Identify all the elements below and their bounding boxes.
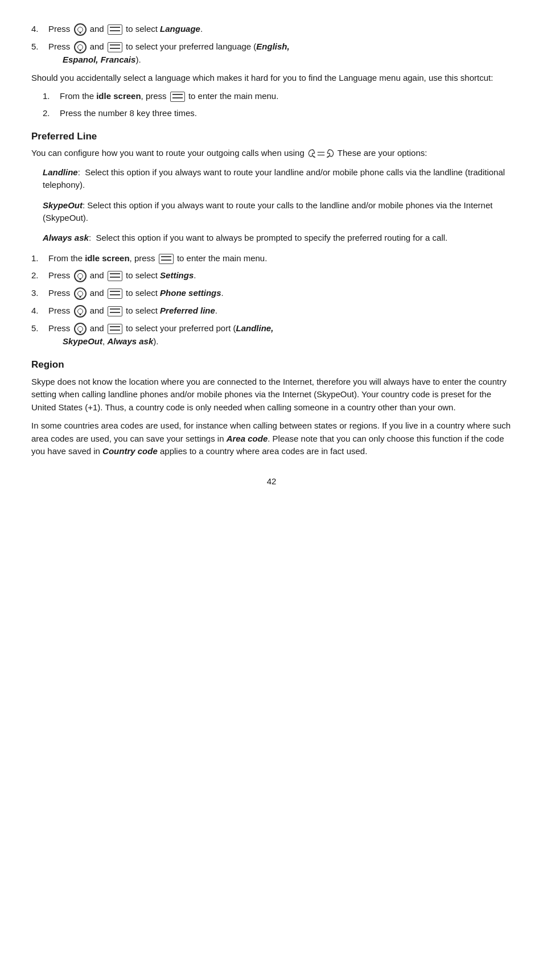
- nav-icon: [74, 270, 87, 282]
- list-number: 3.: [31, 287, 48, 299]
- list-number: 1.: [43, 90, 60, 102]
- menu-icon: [108, 289, 122, 299]
- preferred-line-intro: You can configure how you want to route …: [31, 147, 512, 160]
- nav-icon: [74, 305, 87, 318]
- list-number: 5.: [31, 40, 48, 53]
- region-paragraph-2: In some countries area codes are used, f…: [31, 419, 512, 458]
- preferred-line-term: Preferred line: [160, 306, 215, 315]
- nav-icon: [74, 287, 87, 300]
- country-code-term: Country code: [102, 446, 158, 456]
- nav-icon: [74, 323, 87, 335]
- menu-icon: [108, 271, 122, 281]
- definition-landline: Landline: Select this option if you alwa…: [43, 166, 512, 191]
- region-paragraph-1: Skype does not know the location where y…: [31, 376, 512, 414]
- landline-term: Landline: [43, 167, 78, 177]
- list-item: 3. Press and to select Phone settings.: [31, 287, 512, 300]
- region-heading: Region: [31, 358, 512, 372]
- menu-icon: [108, 24, 122, 35]
- list-number: 4.: [31, 23, 48, 35]
- page-number: 42: [31, 475, 512, 488]
- list-text: Press and to select Language.: [48, 23, 512, 36]
- definition-always-ask: Always ask: Select this option if you wa…: [43, 232, 512, 244]
- list-number: 4.: [31, 304, 48, 317]
- list-item: 2. Press and to select Settings.: [31, 269, 512, 282]
- menu-icon: [108, 324, 122, 334]
- list-number: 5.: [31, 322, 48, 335]
- list-item: 2. Press the number 8 key three times.: [43, 107, 512, 120]
- idle-screen-term: idle screen: [85, 253, 129, 263]
- preferred-line-heading: Preferred Line: [31, 130, 512, 144]
- settings-term: Settings: [160, 270, 194, 280]
- shortcut-paragraph: Should you accidentally select a languag…: [31, 72, 512, 85]
- definition-skypeout: SkypeOut: Select this option if you alwa…: [43, 199, 512, 224]
- language-term: Language: [160, 24, 200, 34]
- list-text: Press and to select Settings.: [48, 269, 512, 282]
- list-number: 1.: [31, 252, 48, 265]
- idle-screen-term: idle screen: [96, 91, 141, 101]
- list-text: Press the number 8 key three times.: [60, 107, 512, 120]
- list-text: From the idle screen, press to enter the…: [48, 252, 512, 265]
- list-text: From the idle screen, press to enter the…: [60, 90, 512, 102]
- menu-icon: [108, 42, 122, 52]
- menu-icon: [170, 92, 185, 102]
- always-ask-option: Always ask: [107, 336, 153, 346]
- page-content: 4. Press and to select Language. 5. Pres…: [31, 23, 512, 487]
- list-item: 4. Press and to select Language.: [31, 23, 512, 36]
- list-item: 1. From the idle screen, press to enter …: [43, 90, 512, 102]
- skypeout-term: SkypeOut: [43, 200, 83, 210]
- nav-icon: [74, 23, 87, 36]
- skype-phone-icon: [307, 147, 335, 160]
- list-number: 2.: [31, 269, 48, 282]
- always-ask-term: Always ask: [43, 233, 89, 242]
- phone-settings-term: Phone settings: [160, 288, 221, 298]
- list-text: Press and to select your preferred port …: [48, 322, 512, 348]
- nav-icon: [74, 41, 87, 53]
- list-number: 2.: [43, 107, 60, 120]
- list-item: 4. Press and to select Preferred line.: [31, 304, 512, 318]
- list-item: 5. Press and to select your preferred la…: [31, 40, 512, 66]
- menu-icon: [159, 254, 174, 264]
- list-item: 5. Press and to select your preferred po…: [31, 322, 512, 348]
- list-text: Press and to select Preferred line.: [48, 304, 512, 318]
- list-text: Press and to select Phone settings.: [48, 287, 512, 300]
- menu-icon: [108, 306, 122, 316]
- area-code-term: Area code: [227, 434, 268, 443]
- list-item: 1. From the idle screen, press to enter …: [31, 252, 512, 265]
- list-text: Press and to select your preferred langu…: [48, 40, 512, 66]
